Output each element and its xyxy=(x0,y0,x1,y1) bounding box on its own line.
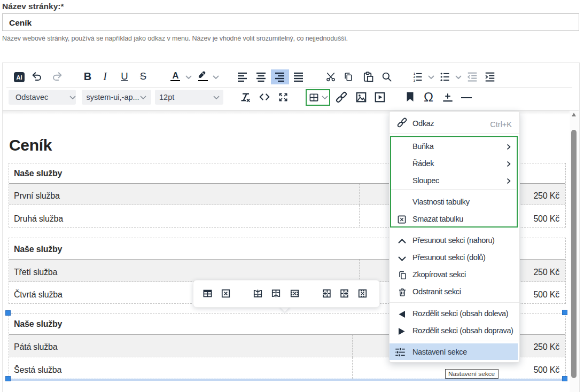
svg-text:3: 3 xyxy=(414,79,416,82)
